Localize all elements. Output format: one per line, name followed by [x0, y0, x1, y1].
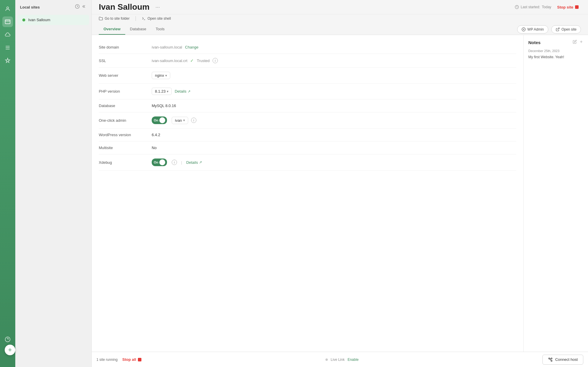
bottom-bar: 1 site running Stop all Live Link Enable…: [92, 352, 588, 367]
ssl-trusted-badge: Trusted: [197, 59, 210, 63]
notes-edit-icon[interactable]: [573, 40, 577, 45]
field-row-domain: Site domain ivan-salloum.local Change: [99, 41, 516, 54]
notes-title: Notes: [528, 40, 541, 45]
live-link-section: Live Link Enable: [146, 358, 538, 362]
tab-overview[interactable]: Overview: [99, 24, 125, 35]
field-row-ssl: SSL ivan-salloum.local.crt ✓ Trusted i: [99, 54, 516, 68]
svg-point-17: [551, 358, 552, 359]
one-click-admin-toggle[interactable]: On: [152, 116, 167, 124]
field-row-wp-version: WordPress version 6.4.2: [99, 129, 516, 141]
notes-panel: Notes December 25th, 2023 My first Websi…: [523, 35, 588, 352]
svg-point-14: [549, 358, 550, 359]
webserver-value: nginx: [155, 73, 164, 78]
change-domain-link[interactable]: Change: [185, 45, 198, 49]
ssl-cert-value: ivan-salloum.local.crt: [152, 59, 187, 63]
collapse-icon[interactable]: [82, 4, 87, 10]
php-details-link[interactable]: Details ↗: [175, 89, 191, 94]
field-value-domain: ivan-salloum.local Change: [152, 45, 198, 49]
field-label-ssl: SSL: [99, 59, 152, 63]
open-shell-button[interactable]: Open site shell: [142, 16, 171, 21]
field-label-one-click-admin: One-click admin: [99, 118, 152, 123]
tab-database[interactable]: Database: [125, 24, 151, 35]
field-row-xdebug: Xdebug On i | Details ↗: [99, 154, 516, 171]
stop-site-button[interactable]: Stop site: [555, 4, 581, 11]
stop-all-icon: [138, 358, 141, 361]
sites-icon[interactable]: [2, 16, 13, 27]
tabs: Overview Database Tools: [99, 24, 169, 35]
field-label-wp-version: WordPress version: [99, 133, 152, 137]
svg-line-18: [550, 359, 551, 359]
one-click-admin-knob: [159, 117, 165, 123]
ssl-check-icon: ✓: [190, 58, 194, 63]
xdebug-toggle[interactable]: On: [152, 159, 167, 166]
svg-line-16: [550, 359, 551, 360]
top-bar-right: Last started: Today Stop site: [515, 4, 581, 11]
php-select[interactable]: 8.1.23 ▾: [152, 88, 172, 95]
main-content: Ivan Salloum ··· Last started: Today Sto…: [92, 0, 588, 367]
history-icon[interactable]: [75, 4, 80, 10]
cloud-icon[interactable]: [2, 29, 13, 40]
tab-tools[interactable]: Tools: [151, 24, 169, 35]
folder-icon: [99, 16, 103, 21]
help-icon[interactable]: [2, 334, 13, 345]
field-value-ssl: ivan-salloum.local.crt ✓ Trusted i: [152, 58, 218, 63]
user-icon[interactable]: [2, 4, 13, 14]
clock-icon: [515, 5, 519, 9]
one-click-admin-info-icon[interactable]: i: [191, 118, 196, 123]
more-options-button[interactable]: ···: [153, 3, 162, 11]
list-icon[interactable]: [2, 42, 13, 53]
last-started-label: Last started:: [521, 5, 540, 9]
svg-point-15: [551, 360, 552, 361]
field-row-php: PHP version 8.1.23 ▾ Details ↗: [99, 84, 516, 99]
stop-all-button[interactable]: Stop all: [122, 357, 141, 362]
wp-admin-button[interactable]: WP Admin: [517, 25, 548, 34]
site-title: Ivan Salloum: [99, 2, 150, 12]
field-row-database: Database MySQL 8.0.16: [99, 99, 516, 112]
webserver-select[interactable]: nginx ▾: [152, 72, 170, 79]
site-item-ivan-salloum[interactable]: Ivan Salloum: [18, 15, 89, 25]
site-item-name: Ivan Salloum: [28, 18, 50, 22]
notes-header: Notes: [528, 40, 583, 45]
field-row-one-click-admin: One-click admin On ivan ▾ i: [99, 112, 516, 129]
field-label-webserver: Web server: [99, 73, 152, 78]
overview-panel: Site domain ivan-salloum.local Change SS…: [92, 35, 523, 352]
plugin-icon[interactable]: [2, 55, 13, 66]
sites-panel-header: Local sites: [15, 0, 91, 14]
live-link-label: Live Link: [331, 358, 345, 362]
php-details-external-icon: ↗: [188, 89, 191, 94]
field-value-wp-version: 6.4.2: [152, 133, 160, 137]
add-site-button[interactable]: +: [5, 345, 15, 355]
terminal-icon: [142, 16, 146, 21]
admin-user-select[interactable]: ivan ▾: [172, 117, 188, 124]
live-link-enable-button[interactable]: Enable: [348, 358, 358, 362]
field-label-multisite: Multisite: [99, 146, 152, 150]
field-label-database: Database: [99, 104, 152, 108]
ssl-info-icon[interactable]: i: [213, 58, 218, 63]
connect-host-button[interactable]: Connect host: [542, 355, 583, 365]
go-to-folder-button[interactable]: Go to site folder: [99, 16, 130, 21]
stop-all-label: Stop all: [122, 357, 136, 362]
content-area: Site domain ivan-salloum.local Change SS…: [92, 35, 588, 352]
open-shell-label: Open site shell: [148, 16, 171, 21]
admin-user-value: ivan: [175, 118, 182, 123]
tabs-right-actions: WP Admin Open site: [517, 25, 581, 34]
note-date: December 25th, 2023: [528, 49, 583, 53]
connect-icon: [548, 357, 553, 362]
svg-line-11: [557, 28, 559, 29]
field-value-multisite: No: [152, 146, 157, 150]
sites-panel-actions: [75, 4, 87, 10]
xdebug-details-link[interactable]: Details ↗: [186, 160, 202, 165]
field-value-one-click-admin: On ivan ▾ i: [152, 116, 196, 124]
notes-add-icon[interactable]: [579, 40, 583, 45]
one-click-admin-toggle-label: On: [154, 119, 158, 122]
xdebug-info-icon[interactable]: i: [172, 160, 177, 165]
field-row-multisite: Multisite No: [99, 141, 516, 154]
sidebar-icons: [0, 0, 15, 367]
open-site-button[interactable]: Open site: [551, 25, 581, 34]
external-link-icon: [556, 27, 560, 31]
stop-site-icon: [575, 5, 579, 9]
running-count: 1 site running: [96, 358, 118, 362]
live-link-dot: [325, 358, 328, 361]
site-title-row: Ivan Salloum ···: [99, 2, 162, 12]
open-site-label: Open site: [562, 27, 577, 31]
